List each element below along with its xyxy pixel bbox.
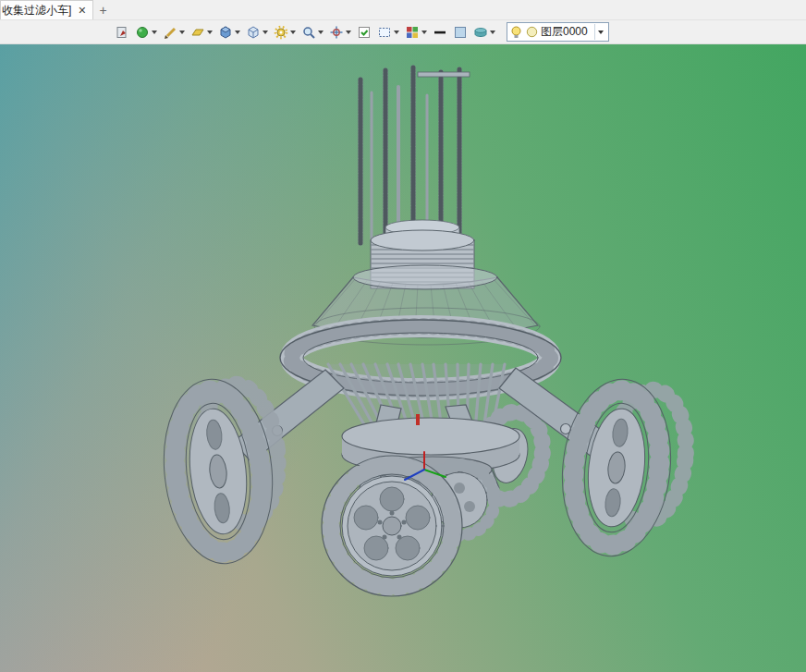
layer-visibility-bulb-icon[interactable] [509, 25, 523, 40]
dropdown-arrow-icon[interactable] [318, 31, 324, 34]
dropdown-arrow-icon[interactable] [179, 31, 185, 34]
cad-window: 收集过滤小车] ✕ + [0, 0, 806, 672]
model-right-wheel [554, 373, 692, 563]
model-left-wheel [155, 373, 288, 569]
new-tab-button[interactable]: + [93, 0, 114, 19]
model-red-marker [416, 414, 420, 425]
viewport-canvas[interactable] [0, 44, 806, 672]
tab-bar: 收集过滤小车] ✕ + [0, 0, 806, 20]
dropdown-arrow-icon[interactable] [235, 31, 240, 34]
export-view-icon[interactable] [113, 23, 131, 42]
gear-tool-icon[interactable] [272, 23, 298, 42]
color-palette-icon[interactable] [403, 23, 429, 42]
layer-dropdown-button[interactable] [594, 24, 607, 40]
solid-display-icon[interactable] [216, 23, 242, 42]
dropdown-arrow-icon[interactable] [290, 31, 296, 34]
view-orientation-icon[interactable] [327, 23, 353, 42]
color-swatch-icon[interactable] [451, 23, 470, 42]
dropdown-arrow-icon[interactable] [394, 31, 399, 34]
tab-close-icon[interactable]: ✕ [76, 5, 88, 17]
document-tab[interactable]: 收集过滤小车] ✕ [0, 0, 93, 19]
zoom-icon[interactable] [299, 23, 325, 42]
model-front-wheel [322, 456, 462, 596]
dropdown-arrow-icon[interactable] [152, 31, 157, 34]
dropdown-arrow-icon[interactable] [263, 31, 268, 34]
model-3d-view [0, 44, 806, 672]
tab-label: 收集过滤小车] [2, 3, 71, 18]
window-select-icon[interactable] [375, 23, 401, 42]
datum-plane-icon[interactable] [189, 23, 214, 42]
dropdown-arrow-icon[interactable] [421, 31, 427, 34]
layer-name-label: 图层0000 [541, 24, 592, 40]
dropdown-arrow-icon[interactable] [346, 31, 351, 34]
render-material-icon[interactable] [133, 23, 159, 42]
layer-combo[interactable]: 图层0000 [507, 22, 609, 42]
sketch-pencil-icon[interactable] [161, 23, 187, 42]
model-threaded-rods [360, 67, 470, 243]
dropdown-arrow-icon[interactable] [207, 31, 213, 34]
line-width-icon[interactable] [431, 23, 449, 42]
select-filter-icon[interactable] [355, 23, 373, 42]
dropdown-arrow-icon[interactable] [490, 31, 495, 34]
surface-style-icon[interactable] [471, 23, 497, 42]
wireframe-display-icon[interactable] [244, 23, 270, 42]
chevron-down-icon [598, 31, 604, 34]
main-toolbar: 图层0000 [0, 20, 806, 44]
layer-color-dot-icon [526, 26, 538, 38]
